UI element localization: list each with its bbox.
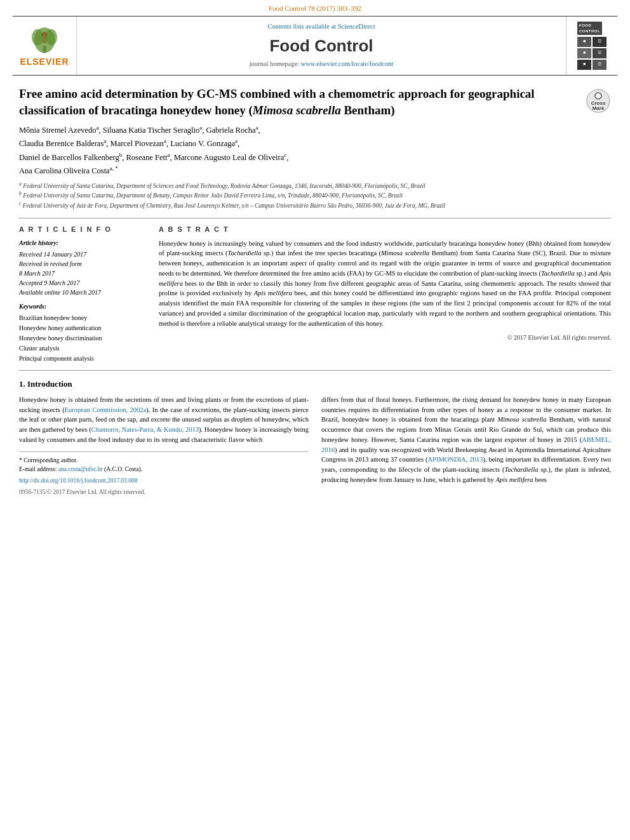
history-revised-date: 8 March 2017: [19, 269, 146, 278]
plant-name-italic: Mimosa scabrella: [498, 416, 547, 423]
ref-apimondia[interactable]: APIMONDIA, 2013: [428, 456, 483, 463]
intro-left-col: Honeydew honey is obtained from the secr…: [19, 395, 309, 497]
footnote-email: E-mail address: ana.costa@ufsc.br (A.C.O…: [19, 465, 309, 474]
email-label: E-mail address:: [19, 466, 57, 472]
introduction-section: 1. Introduction Honeydew honey is obtain…: [19, 378, 611, 497]
intro-para-right-1: differs from that of floral honeys. Furt…: [321, 395, 611, 485]
keyword-4: Cluster analysis: [19, 343, 146, 354]
fc-icon-5: ■: [577, 60, 591, 70]
affiliation-a: a Federal University of Santa Catarina, …: [19, 181, 611, 190]
abstract-text: Honeydew honey is increasingly being val…: [159, 239, 611, 329]
affiliations: a Federal University of Santa Catarina, …: [19, 181, 611, 210]
section-title: 1. Introduction: [19, 378, 611, 390]
history-label: Article history:: [19, 239, 146, 248]
keyword-1: Brazilian honeydew honey: [19, 313, 146, 323]
homepage-url[interactable]: www.elsevier.com/locate/foodcont: [301, 60, 394, 67]
article-title-text: Free amino acid determination by GC-MS c…: [19, 86, 579, 118]
affiliation-a-text: Federal University of Santa Catarina, De…: [23, 183, 426, 189]
email-link[interactable]: ana.costa@ufsc.br: [58, 466, 103, 472]
copyright-notice: © 2017 Elsevier Ltd. All rights reserved…: [159, 333, 611, 342]
article-title-container: Free amino acid determination by GC-MS c…: [19, 86, 611, 118]
keyword-3: Honeydew honey discrimination: [19, 333, 146, 343]
elsevier-logo-container: ELSEVIER: [13, 17, 76, 75]
svg-text:Mark: Mark: [593, 105, 605, 111]
abstract-italic-3: Tachardiella: [541, 270, 575, 277]
abstract-col: A B S T R A C T Honeydew honey is increa…: [159, 225, 611, 363]
elsevier-logo: ELSEVIER: [20, 23, 69, 69]
article-history: Article history: Received 14 January 201…: [19, 239, 146, 297]
fc-label-1: FOODCONTROL: [577, 22, 602, 35]
food-control-stripes: FOODCONTROL ■ ☰ ■ ☰ ■ ☰: [577, 22, 607, 70]
contents-available: Contents lists available at ScienceDirec…: [267, 22, 375, 32]
food-control-stripe-container: FOODCONTROL ■ ☰ ■ ☰ ■ ☰: [566, 17, 617, 75]
introduction-text-cols: Honeydew honey is obtained from the secr…: [19, 395, 611, 497]
abstract-header: A B S T R A C T: [159, 225, 611, 234]
history-online: Available online 10 March 2017: [19, 288, 146, 297]
journal-citation-link[interactable]: Food Control 78 (2017) 383–392: [269, 4, 361, 12]
intro-right-col: differs from that of floral honeys. Furt…: [321, 395, 611, 497]
doi-info: http://dx.doi.org/10.1016/j.foodcont.201…: [19, 476, 309, 485]
article-info-abstract-section: A R T I C L E I N F O Article history: R…: [19, 218, 611, 363]
abstract-italic-2: Mimosa scabrella: [381, 250, 429, 257]
keyword-2: Honeydew honey authentication: [19, 323, 146, 333]
journal-title: Food Control: [269, 34, 373, 57]
fc-icon-6: ☰: [593, 60, 607, 70]
affiliation-c-text: Federal University of Juiz de Fora, Depa…: [23, 203, 445, 209]
svg-point-7: [595, 93, 601, 99]
journal-homepage: journal homepage: www.elsevier.com/locat…: [250, 60, 394, 69]
section-divider: [19, 370, 611, 371]
elsevier-tree-icon: [25, 23, 64, 55]
svg-point-4: [41, 32, 47, 37]
fc-icon-4: ☰: [593, 48, 607, 58]
journal-header-center: Contents lists available at ScienceDirec…: [76, 17, 566, 75]
authors-list: Mônia Stremel Azevedoa, Siluana Katia Ti…: [19, 123, 611, 177]
issn-info: 0956-7135/© 2017 Elsevier Ltd. All right…: [19, 488, 309, 497]
abstract-italic-1: Tachardiella: [228, 250, 262, 257]
elsevier-brand-text: ELSEVIER: [20, 56, 69, 69]
fc-icon-grid: ■ ☰ ■ ☰ ■ ☰: [577, 37, 607, 70]
article-content: Free amino acid determination by GC-MS c…: [0, 76, 630, 507]
svg-point-3: [46, 29, 57, 45]
fc-icon-1: ■: [577, 37, 591, 47]
title-italic: Mimosa scabrella: [253, 103, 341, 117]
affiliation-b-text: Federal University of Santa Catarina, De…: [23, 193, 403, 199]
doi-link[interactable]: http://dx.doi.org/10.1016/j.foodcont.201…: [19, 477, 137, 484]
header-banner: ELSEVIER Contents lists available at Sci…: [13, 16, 617, 76]
keywords-section: Keywords: Brazilian honeydew honey Honey…: [19, 302, 146, 364]
intro-para-1: Honeydew honey is obtained from the secr…: [19, 395, 309, 445]
svg-rect-5: [43, 37, 46, 43]
article-info-col: A R T I C L E I N F O Article history: R…: [19, 225, 146, 363]
journal-citation[interactable]: Food Control 78 (2017) 383–392: [0, 0, 630, 16]
crossmark-badge[interactable]: Cross Mark: [586, 88, 611, 114]
svg-point-2: [32, 29, 43, 45]
history-received: Received 14 January 2017: [19, 250, 146, 259]
keywords-label: Keywords:: [19, 302, 146, 311]
insect-name-italic: Tachardiella: [504, 466, 538, 473]
abstract-italic-5: Apis mellifera: [254, 290, 292, 297]
history-revised-label: Received in revised form: [19, 259, 146, 269]
ref-chamorro[interactable]: Chamorro, Nates-Parra, & Kondo, 2013: [91, 426, 199, 433]
section-number: 1.: [19, 379, 25, 389]
ref-european-commission[interactable]: European Commission, 2002a: [65, 406, 147, 413]
affiliation-c: c Federal University of Juiz de Fora, De…: [19, 201, 611, 210]
history-accepted: Accepted 9 March 2017: [19, 278, 146, 288]
homepage-label: journal homepage:: [250, 60, 299, 67]
email-author-name: (A.C.O. Costa).: [104, 466, 142, 472]
stripe-row-1: FOODCONTROL: [577, 22, 607, 35]
sciencedirect-link[interactable]: ScienceDirect: [338, 23, 375, 30]
contents-label: Contents lists available at: [267, 23, 336, 30]
section-heading: Introduction: [27, 379, 72, 389]
affiliation-b: b Federal University of Santa Catarina, …: [19, 190, 611, 200]
keyword-5: Principal component analysis: [19, 354, 146, 364]
crossmark-icon: Cross Mark: [586, 88, 611, 114]
bee-name-italic: Apis mellifera: [495, 476, 533, 483]
fc-icon-2: ☰: [593, 37, 607, 47]
fc-icon-3: ■: [577, 48, 591, 58]
page: Food Control 78 (2017) 383–392 ELSEVIER: [0, 0, 630, 840]
article-info-header: A R T I C L E I N F O: [19, 225, 146, 234]
footnote-corresponding: * Corresponding author.: [19, 456, 309, 465]
ref-abemel[interactable]: ABEMEL, 2016: [321, 436, 611, 453]
title-suffix: Bentham): [341, 103, 395, 117]
footnotes: * Corresponding author. E-mail address: …: [19, 451, 309, 474]
